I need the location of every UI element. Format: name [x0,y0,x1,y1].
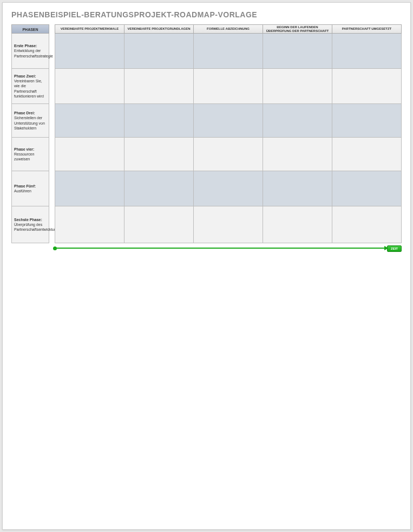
grid-cell[interactable] [332,34,402,69]
grid-cell[interactable] [194,69,263,104]
grid-cell[interactable] [332,104,402,138]
grid-cell[interactable] [194,171,263,206]
phase-column: PHASEN Erste Phase: Entwicklung der Part… [11,24,49,243]
grid-row [55,69,402,104]
grid-cell[interactable] [263,34,332,69]
grid-cell[interactable] [332,69,402,104]
grid-cell[interactable] [263,138,332,171]
grid-cell[interactable] [124,171,194,206]
timeline-line [55,248,385,249]
timeline-label: ZEIT [387,245,402,252]
phase-cell: Phase Fünf: Ausführen [11,171,49,206]
column-header: VEREINBARTE PROJEKTMERKMALE [55,24,124,34]
grid-cell[interactable] [332,138,402,171]
grid-row [55,104,402,138]
grid-cell[interactable] [124,206,194,243]
phase-desc: Sicherstellen der Unterstützung von Stak… [14,115,47,130]
grid-cell[interactable] [263,206,332,243]
phase-name: Phase vier: [14,147,47,152]
phase-name: Phase Fünf: [14,184,47,189]
grid-cell[interactable] [263,69,332,104]
phase-cell: Erste Phase: Entwicklung der Partnerscha… [11,34,49,69]
grid-area: VEREINBARTE PROJEKTMERKMALE VEREINBARTE … [55,24,402,243]
grid-cell[interactable] [194,104,263,138]
grid-cell[interactable] [332,206,402,243]
grid-cell[interactable] [55,69,124,104]
grid-cell[interactable] [55,104,124,138]
phase-desc: Ausführen [14,189,47,193]
grid-cell[interactable] [124,138,194,171]
grid-row [55,34,402,69]
grid-cell[interactable] [55,206,124,243]
phase-cell: Sechste Phase: Überprüfung des Partnersc… [11,206,49,243]
grid-row [55,138,402,171]
grid-cell[interactable] [194,138,263,171]
grid-row [55,171,402,206]
grid-cell[interactable] [263,171,332,206]
grid-cell[interactable] [55,138,124,171]
grid-cell[interactable] [55,34,124,69]
grid-header-row: VEREINBARTE PROJEKTMERKMALE VEREINBARTE … [55,24,402,34]
column-header: FORMELLE ABZEICHNUNG [194,24,263,34]
column-header: PARTNERSCHAFT UMGESETZT [332,24,402,34]
column-header: VEREINBARTE PROJEKTGRUNDLAGEN [124,24,194,34]
phase-desc: Ressourcen zuweisen [14,152,47,161]
phase-cell: Phase vier: Ressourcen zuweisen [11,138,49,171]
phase-desc: Überprüfung des Partnerschaftsentwicklun… [14,222,47,232]
timeline: ZEIT [55,245,402,252]
phase-header: PHASEN [11,24,49,34]
grid-cell[interactable] [194,34,263,69]
grid-cell[interactable] [263,104,332,138]
phase-desc: Entwicklung der Partnerschaftsstrategie [14,48,47,58]
phase-name: Erste Phase: [14,43,47,48]
column-header: BEGINN DER LAUFENDEN ÜBERPRÜFUNG DER PAR… [263,24,332,34]
phase-name: Sechste Phase: [14,217,47,222]
phase-name: Phase Drei: [14,111,47,115]
grid-cell[interactable] [194,206,263,243]
phase-cell: Phase Zwei: Vereinbaren Sie, wie die Par… [11,69,49,104]
grid-cell[interactable] [332,171,402,206]
phase-cell: Phase Drei: Sicherstellen der Unterstütz… [11,104,49,138]
grid-row [55,206,402,243]
document-page: PHASENBEISPIEL-BERATUNGSPROJEKT-ROADMAP-… [2,2,411,530]
phase-name: Phase Zwei: [14,74,47,79]
grid-cell[interactable] [55,171,124,206]
grid-cell[interactable] [124,104,194,138]
page-title: PHASENBEISPIEL-BERATUNGSPROJEKT-ROADMAP-… [11,10,402,19]
grid-cell[interactable] [124,69,194,104]
roadmap-container: PHASEN Erste Phase: Entwicklung der Part… [11,24,402,243]
phase-desc: Vereinbaren Sie, wie die Partnerschaft f… [14,79,47,98]
grid-cell[interactable] [124,34,194,69]
